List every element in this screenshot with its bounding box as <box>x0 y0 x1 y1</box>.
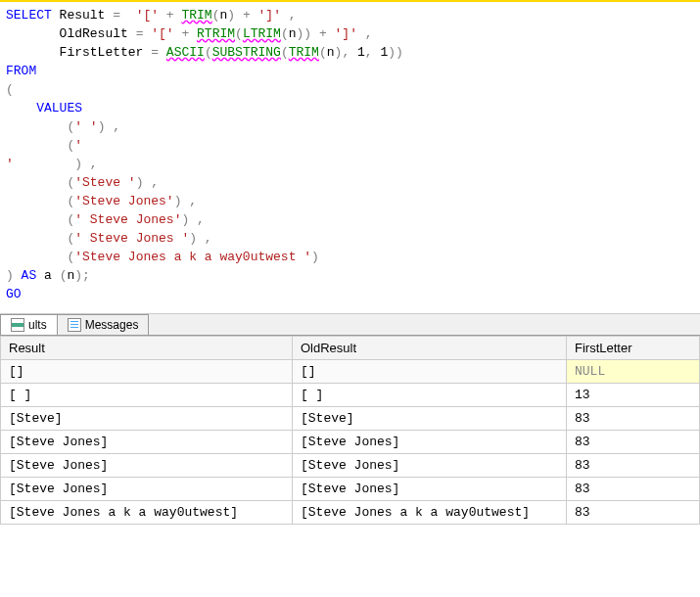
cell-oldresult[interactable]: [Steve Jones] <box>293 478 567 501</box>
alias-a: a <box>36 268 59 283</box>
cell-firstletter[interactable]: 13 <box>567 384 700 407</box>
kw-go: GO <box>6 287 22 301</box>
cell-result[interactable]: [Steve] <box>1 407 293 431</box>
table-row[interactable]: [Steve Jones a k a way0utwest][Steve Jon… <box>1 501 700 525</box>
cell-result[interactable]: [Steve Jones] <box>1 478 293 501</box>
tab-results[interactable]: ults <box>0 314 58 335</box>
cell-oldresult[interactable]: [Steve] <box>293 407 567 431</box>
lit-stevejones: 'Steve Jones' <box>74 194 173 208</box>
col-firstletter: FirstLetter <box>6 45 151 60</box>
op-plus: + <box>159 8 181 23</box>
op-eq: = <box>113 8 120 23</box>
header-result[interactable]: Result <box>1 337 293 360</box>
cell-result[interactable]: [] <box>1 360 293 384</box>
tab-results-label: ults <box>28 318 47 332</box>
kw-from: FROM <box>6 64 36 78</box>
table-row[interactable]: [Steve Jones][Steve Jones]83 <box>1 431 700 454</box>
cell-result[interactable]: [ ] <box>1 384 293 407</box>
lit-bracket: '[' <box>136 8 159 23</box>
cell-firstletter[interactable]: 83 <box>567 431 700 454</box>
paren-open: ( <box>6 82 14 97</box>
col-oldresult: OldResult <box>6 26 136 41</box>
table-row[interactable]: [Steve][Steve]83 <box>1 407 700 431</box>
lit-wayoutwest: 'Steve Jones a k a way0utwest ' <box>74 250 311 264</box>
table-row[interactable]: [][]NULL <box>1 360 700 384</box>
grid-icon <box>11 318 24 332</box>
header-row: Result OldResult FirstLetter <box>1 337 700 360</box>
cell-oldresult[interactable]: [Steve Jones a k a way0utwest] <box>293 501 567 525</box>
lit-space: ' ' <box>74 119 97 134</box>
fn-rtrim: RTRIM <box>197 26 235 41</box>
results-tabs: ults Messages <box>0 313 700 336</box>
lit-steve: 'Steve ' <box>74 175 135 190</box>
cell-oldresult[interactable]: [] <box>293 360 567 384</box>
header-firstletter[interactable]: FirstLetter <box>567 337 700 360</box>
semicolon: ; <box>82 268 90 283</box>
kw-values: VALUES <box>6 101 82 115</box>
cell-firstletter[interactable]: 83 <box>567 501 700 525</box>
cell-firstletter[interactable]: 83 <box>567 478 700 501</box>
col-result: Result <box>52 8 113 23</box>
sql-editor[interactable]: SELECT Result = '[' + TRIM(n) + ']' , Ol… <box>0 0 700 307</box>
table-row[interactable]: [Steve Jones][Steve Jones]83 <box>1 454 700 478</box>
tab-messages-label: Messages <box>85 318 139 332</box>
cell-result[interactable]: [Steve Jones] <box>1 431 293 454</box>
cell-result[interactable]: [Steve Jones a k a way0utwest] <box>1 501 293 525</box>
cell-firstletter[interactable]: NULL <box>567 360 700 384</box>
cell-oldresult[interactable]: [Steve Jones] <box>293 431 567 454</box>
fn-substring: SUBSTRING <box>212 45 281 60</box>
cell-firstletter[interactable]: 83 <box>567 407 700 431</box>
table-row[interactable]: [Steve Jones][Steve Jones]83 <box>1 478 700 501</box>
cell-oldresult[interactable]: [Steve Jones] <box>293 454 567 478</box>
messages-icon <box>68 318 81 332</box>
header-oldresult[interactable]: OldResult <box>293 337 567 360</box>
table-row[interactable]: [ ][ ]13 <box>1 384 700 407</box>
num-one: 1 <box>350 45 365 60</box>
kw-as: AS <box>14 268 36 283</box>
cell-firstletter[interactable]: 83 <box>567 454 700 478</box>
fn-trim: TRIM <box>181 8 211 23</box>
tab-messages[interactable]: Messages <box>57 314 150 335</box>
results-grid[interactable]: Result OldResult FirstLetter [][]NULL[ ]… <box>0 336 700 525</box>
fn-ascii: ASCII <box>166 45 205 60</box>
kw-select: SELECT <box>6 8 52 23</box>
cell-result[interactable]: [Steve Jones] <box>1 454 293 478</box>
fn-ltrim: LTRIM <box>243 26 281 41</box>
cell-oldresult[interactable]: [ ] <box>293 384 567 407</box>
